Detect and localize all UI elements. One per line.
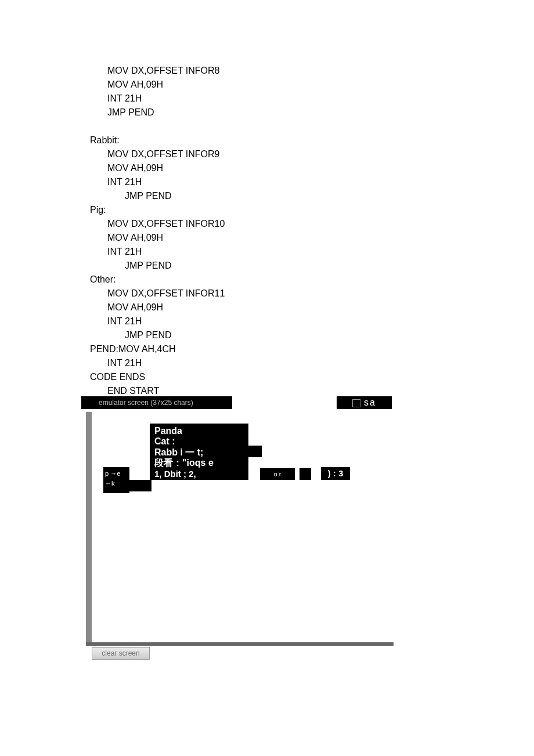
- decoration: [247, 446, 262, 457]
- code-ends: CODE ENDS: [90, 370, 534, 384]
- code-line: INT 21H: [90, 175, 534, 189]
- output-line: Cat :: [154, 436, 244, 447]
- square-icon: [352, 399, 360, 407]
- output-fragment: p →e ←k: [103, 467, 129, 493]
- sa-badge: sa: [337, 396, 392, 409]
- code-label-other: Other:: [90, 273, 534, 287]
- decoration: [128, 480, 151, 491]
- code-line: JMP PEND: [90, 259, 534, 273]
- code-label-pig: Pig:: [90, 203, 534, 217]
- code-line: MOV AH,09H: [90, 301, 534, 314]
- decoration: [300, 468, 311, 480]
- emulator-title-bar: emulator screen (37x25 chars): [81, 396, 232, 409]
- code-line: MOV AH,09H: [90, 78, 534, 92]
- emulator-bottom-border: [86, 642, 394, 646]
- char: k: [111, 480, 115, 487]
- code-line: JMP PEND: [90, 189, 534, 203]
- code-line: INT 21H: [90, 356, 534, 370]
- output-line: 1, Dbit ; 2,: [150, 468, 248, 480]
- code-line: MOV DX,OFFSET INFOR9: [90, 147, 534, 161]
- emulator-output: Panda Cat : Rabb i 一 t; 段看："ioqs e: [150, 424, 248, 471]
- sa-text: sa: [364, 397, 376, 407]
- code-line: JMP PEND: [90, 106, 534, 120]
- char: e: [117, 470, 120, 477]
- code-line: INT 21H: [90, 245, 534, 259]
- output-fragment: ) : 3: [321, 467, 350, 480]
- output-fragment: o r: [260, 468, 295, 480]
- char: p: [105, 470, 109, 477]
- code-line: MOV AH,09H: [90, 161, 534, 175]
- code-line: INT 21H: [90, 92, 534, 106]
- assembly-code-block: MOV DX,OFFSET INFOR8 MOV AH,09H INT 21H …: [0, 0, 534, 398]
- clear-screen-button[interactable]: clear screen: [92, 647, 150, 660]
- output-line: Panda: [154, 426, 244, 436]
- code-label-pend: PEND:MOV AH,4CH: [90, 342, 534, 356]
- code-line: MOV AH,09H: [90, 231, 534, 245]
- code-line: MOV DX,OFFSET INFOR8: [90, 64, 534, 78]
- output-line: 段看："ioqs e: [154, 458, 244, 468]
- code-line: INT 21H: [90, 314, 534, 328]
- code-label-rabbit: Rabbit:: [90, 133, 534, 147]
- output-line: Rabb i 一 t;: [154, 447, 244, 458]
- code-line: MOV DX,OFFSET INFOR10: [90, 217, 534, 231]
- emulator-screen: Panda Cat : Rabb i 一 t; 段看："ioqs e 1, Db…: [86, 412, 394, 644]
- code-line: JMP PEND: [90, 328, 534, 342]
- code-line: MOV DX,OFFSET INFOR11: [90, 287, 534, 301]
